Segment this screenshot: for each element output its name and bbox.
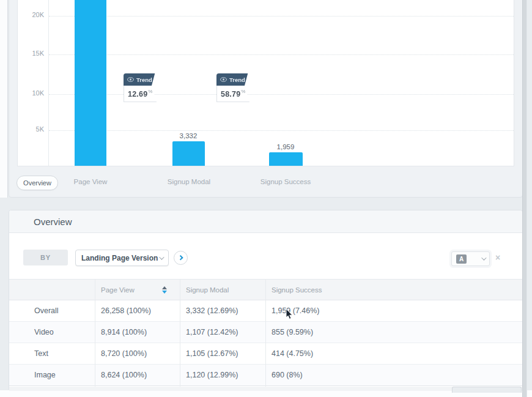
trend-badge-1-value: 12.69 xyxy=(128,90,147,98)
chevron-down-icon xyxy=(481,255,486,260)
overview-panel: Overview BY Landing Page Version A × Pag… xyxy=(9,210,523,391)
row-label: Overall xyxy=(34,300,59,322)
cell-signup-success: 855 (9.59%) xyxy=(272,322,313,343)
cell-signup-modal: 1,107 (12.42%) xyxy=(186,322,238,343)
chevron-down-icon xyxy=(159,254,164,259)
trend-badge-2-label: Trend xyxy=(229,76,245,83)
column-header-page-view[interactable]: Page View xyxy=(101,280,135,301)
vertical-scrollbar[interactable] xyxy=(522,0,527,397)
trend-badge-1[interactable]: Trend 12.69 % xyxy=(124,73,157,102)
y-axis-line xyxy=(48,0,49,166)
y-tick-10k: 10K xyxy=(18,89,44,99)
by-button[interactable]: BY xyxy=(23,250,68,265)
bar-signup-modal[interactable] xyxy=(172,141,205,166)
gridline-20k xyxy=(49,16,514,17)
column-separator xyxy=(265,279,266,387)
eye-icon xyxy=(127,77,134,82)
cell-signup-modal: 1,105 (12.67%) xyxy=(186,343,238,365)
gridline-5k xyxy=(49,130,514,131)
trend-badge-2-body: 58.79 % xyxy=(216,86,249,102)
column-header-signup-modal[interactable]: Signup Modal xyxy=(186,280,229,301)
bar-value-signup-modal: 3,332 xyxy=(164,132,213,139)
cell-signup-success: 1,959 (7.46%) xyxy=(272,300,320,322)
cell-signup-modal: 3,332 (12.69%) xyxy=(186,300,238,322)
cell-page-view: 8,914 (100%) xyxy=(101,322,147,343)
cell-signup-modal: 1,120 (12.99%) xyxy=(186,365,238,386)
trend-badge-2[interactable]: Trend 58.79 % xyxy=(216,73,249,102)
trend-badge-1-label: Trend xyxy=(136,76,152,83)
row-label: Image xyxy=(34,365,56,386)
left-gutter xyxy=(0,0,8,198)
step-label-signup-modal: Signup Modal xyxy=(152,178,226,185)
trend-badge-1-header: Trend xyxy=(124,73,157,86)
partial-footer-button[interactable] xyxy=(452,387,522,393)
cell-page-view: 8,720 (100%) xyxy=(101,343,147,365)
cell-signup-success: 690 (8%) xyxy=(272,365,303,386)
trend-badge-1-body: 12.69 % xyxy=(124,86,157,102)
funnel-plot-area: 20K 15K 10K 5K 3,332 1,959 Trend 12.69 xyxy=(17,0,514,166)
panel-footer xyxy=(9,387,522,391)
gridline-15k xyxy=(49,54,514,55)
breakdown-select[interactable]: Landing Page Version xyxy=(75,250,169,266)
chevron-right-icon xyxy=(178,255,183,260)
trend-badge-2-unit: % xyxy=(241,89,245,94)
step-label-page-view: Page View xyxy=(54,178,127,185)
column-separator xyxy=(95,279,95,387)
y-tick-15k: 15K xyxy=(18,50,44,59)
trend-badge-2-value: 58.79 xyxy=(221,90,240,98)
y-tick-20k: 20K xyxy=(18,11,44,21)
trend-badge-2-header: Trend xyxy=(216,73,249,86)
series-a-icon: A xyxy=(456,254,467,264)
panel-title: Overview xyxy=(34,217,72,227)
trend-badge-1-unit: % xyxy=(148,89,152,94)
overview-pill-button[interactable]: Overview xyxy=(17,176,58,190)
breakdown-select-value: Landing Page Version xyxy=(81,254,158,262)
sort-icon[interactable] xyxy=(162,286,167,294)
bar-signup-success[interactable] xyxy=(269,152,303,166)
y-tick-5k: 5K xyxy=(18,125,44,135)
bar-value-signup-success: 1,959 xyxy=(261,143,310,150)
cell-page-view: 8,624 (100%) xyxy=(101,365,147,386)
column-separator xyxy=(180,279,180,387)
chart-footer: Overview Page View Signup Modal Signup S… xyxy=(9,166,522,198)
funnel-chart-card: 20K 15K 10K 5K 3,332 1,959 Trend 12.69 xyxy=(9,0,523,198)
mouse-cursor xyxy=(286,309,294,320)
close-icon[interactable]: × xyxy=(495,253,500,262)
row-label: Video xyxy=(34,322,54,343)
eye-icon xyxy=(220,77,227,82)
cell-page-view: 26,258 (100%) xyxy=(101,300,151,322)
row-label: Text xyxy=(34,343,48,365)
cell-signup-success: 414 (4.75%) xyxy=(272,343,313,365)
overview-panel-header: Overview xyxy=(9,210,522,233)
column-header-signup-success[interactable]: Signup Success xyxy=(272,280,322,301)
gridline-10k xyxy=(49,94,514,95)
step-label-signup-success: Signup Success xyxy=(249,178,322,185)
series-select[interactable]: A xyxy=(451,251,490,266)
apply-breakdown-button[interactable] xyxy=(174,251,188,265)
bar-page-view[interactable] xyxy=(75,0,106,166)
